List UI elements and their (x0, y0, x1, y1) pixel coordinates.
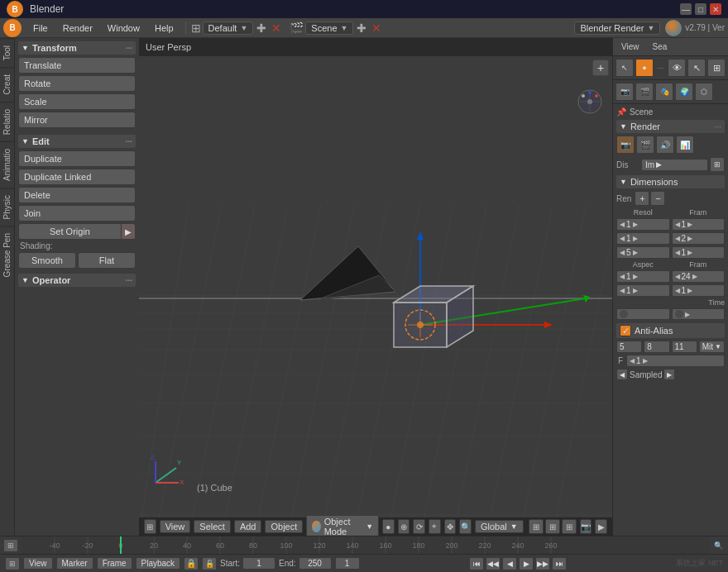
mirror-button[interactable]: Mirror (18, 112, 136, 128)
join-button[interactable]: Join (18, 205, 136, 222)
viewport-mode-icon-1[interactable]: ● (382, 519, 395, 534)
workspace-selector[interactable]: Default ▼ (203, 21, 254, 35)
tab-relations[interactable]: Relatio (0, 102, 14, 141)
prev-frame-btn[interactable]: ◀ (502, 557, 517, 570)
viewport-corner-button[interactable]: + (592, 60, 609, 76)
dim-field-rx1[interactable]: ◀ 1 ▶ (616, 218, 670, 231)
play-btn[interactable]: ▶ (519, 557, 534, 570)
dim-time-2[interactable]: ▶ (672, 308, 726, 320)
set-origin-dropdown[interactable]: ▶ (121, 223, 136, 240)
aa-field-1[interactable]: 5 (616, 341, 642, 353)
sampled-left-btn[interactable]: ◀ (616, 369, 628, 380)
dim-field-5[interactable]: ◀ 5 ▶ (616, 246, 670, 259)
jump-prev-btn[interactable]: ◀◀ (486, 557, 500, 570)
search-btn[interactable]: Sea (648, 41, 673, 52)
dim-right-f1[interactable]: ▶ (687, 221, 692, 228)
global-selector[interactable]: Global ▼ (475, 520, 524, 533)
status-icon[interactable]: ⊞ (5, 557, 20, 570)
im-field[interactable]: Im ▶ (641, 159, 708, 171)
lock-icon2[interactable]: 🔓 (202, 557, 217, 570)
grid-icon-2[interactable]: ⊞ (545, 519, 560, 534)
dim-right-2[interactable]: ▶ (633, 235, 638, 242)
duplicate-linked-button[interactable]: Duplicate Linked (18, 169, 136, 185)
status-playback-btn[interactable]: Playback (136, 557, 181, 570)
f-field[interactable]: ◀ 1 ▶ (626, 355, 725, 367)
dim-aspec-y[interactable]: ◀ 1 ▶ (616, 284, 670, 297)
transform-section-header[interactable]: ▼ Transform ··· (18, 41, 136, 55)
select-menu-btn[interactable]: Select (194, 520, 231, 533)
nav-object-icon[interactable]: ⬡ (695, 83, 713, 101)
dim-left-one[interactable]: ◀ (675, 249, 680, 256)
nav-icon-2[interactable]: ● (635, 59, 654, 77)
tab-tool[interactable]: Tool (0, 38, 14, 67)
render-graph-icon[interactable]: 📊 (676, 136, 694, 154)
dim-time-1[interactable] (616, 308, 670, 320)
tab-animation[interactable]: Animatio (0, 141, 14, 188)
status-marker-btn[interactable]: Marker (56, 557, 93, 570)
nav-icon-eye[interactable]: 👁 (668, 59, 686, 77)
translate-button[interactable]: Translate (18, 57, 136, 74)
grid-icon-3[interactable]: ⊞ (562, 519, 577, 534)
render-cam-icon[interactable]: 📷 (616, 136, 635, 154)
dim-left-f2[interactable]: ◀ (675, 235, 680, 242)
sampled-right-btn[interactable]: ▶ (663, 369, 675, 380)
current-frame-input[interactable] (335, 557, 360, 570)
minimize-button[interactable]: — (680, 3, 692, 15)
render-audio-icon[interactable]: 🔊 (656, 136, 674, 154)
maximize-button[interactable]: □ (695, 3, 706, 15)
operator-section-header[interactable]: ▼ Operator ··· (18, 274, 136, 287)
object-menu-btn[interactable]: Object (265, 520, 303, 533)
jump-end-btn[interactable]: ⏭ (552, 557, 567, 570)
nav-world-icon[interactable]: 🌍 (675, 83, 693, 101)
aa-field-2[interactable]: 8 (644, 341, 669, 353)
dim-frame-24[interactable]: ◀ 24 ▶ (672, 270, 726, 283)
dim-field-rx2[interactable]: ◀ 1 ▶ (616, 232, 670, 245)
rotate-button[interactable]: Rotate (18, 75, 136, 92)
render-vid-icon[interactable]: 🎬 (636, 136, 654, 154)
timeline[interactable]: ⊞ -40 -20 0 20 40 60 80 100 120 140 160 (0, 536, 728, 554)
grid-icon-1[interactable]: ⊞ (529, 519, 544, 534)
dim-left-3[interactable]: ◀ (620, 249, 625, 256)
nav-anim-icon[interactable]: 🎬 (635, 83, 654, 101)
viewport-content[interactable]: Y X Z (1) Cube + (139, 56, 612, 517)
status-frame-btn[interactable]: Frame (97, 557, 132, 570)
viewport-mode-icon-6[interactable]: 🔍 (459, 519, 472, 534)
delete-button[interactable]: Delete (18, 187, 136, 203)
end-input[interactable] (299, 557, 332, 570)
viewport-3d[interactable]: User Persp (139, 38, 612, 536)
menu-render[interactable]: Render (56, 21, 99, 35)
dim-frame-b[interactable]: ◀ 1 ▶ (672, 284, 726, 297)
close-button[interactable]: ✕ (710, 3, 721, 15)
timeline-icon[interactable]: ⊞ (3, 539, 18, 552)
dim-right-3[interactable]: ▶ (633, 249, 638, 256)
lock-btn[interactable]: 🔒 (184, 557, 199, 570)
scene-selector[interactable]: Scene ▼ (305, 21, 353, 35)
viewport-mode-icon-5[interactable]: ✥ (444, 519, 457, 534)
viewport-mode-icon-2[interactable]: ⊕ (398, 519, 410, 534)
menu-help[interactable]: Help (148, 21, 180, 35)
mode-selector[interactable]: Object Mode ▼ (306, 515, 379, 536)
viewport-mode-icon-4[interactable]: ⌖ (429, 519, 441, 534)
edit-section-header[interactable]: ▼ Edit ··· (18, 135, 136, 148)
dim-field-fx2[interactable]: ◀ 2 ▶ (672, 232, 726, 245)
timeline-zoom-in[interactable]: 🔍 (712, 540, 725, 551)
tab-grease-pen[interactable]: Grease Pen (0, 226, 14, 284)
aa-mit-field[interactable]: Mit ▼ (699, 341, 725, 353)
aa-field-3[interactable]: 11 (672, 341, 697, 353)
anti-alias-section-header[interactable]: ✓ Anti-Alias (616, 323, 725, 338)
render-icon[interactable]: ▶ (595, 519, 607, 534)
dim-left-2[interactable]: ◀ (620, 235, 625, 242)
ren-minus-icon[interactable]: − (650, 191, 665, 206)
nav-icon-box[interactable]: ⊞ (707, 59, 726, 77)
status-view-btn[interactable]: View (23, 557, 53, 570)
flat-button[interactable]: Flat (78, 252, 136, 269)
render-section-header[interactable]: ▼ Render ··· (616, 120, 725, 133)
nav-icon-cursor[interactable]: ↖ (687, 59, 706, 77)
anti-alias-checkbox[interactable]: ✓ (620, 325, 631, 336)
render-engine-selector[interactable]: Blender Render ▼ (574, 21, 660, 35)
scale-button[interactable]: Scale (18, 93, 136, 110)
view-menu-btn[interactable]: View (160, 520, 191, 533)
dim-field-fx1[interactable]: ◀ 1 ▶ (672, 218, 726, 231)
camera-icon[interactable]: 📷 (580, 519, 592, 534)
menu-file[interactable]: File (26, 21, 55, 35)
